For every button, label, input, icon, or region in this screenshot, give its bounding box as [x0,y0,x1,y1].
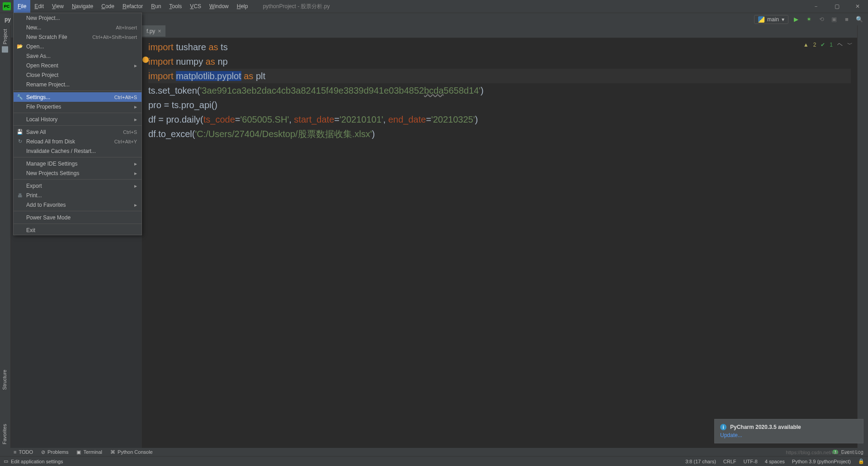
code-line: df.to_excel('C:/Users/27404/Desktop/股票数据… [148,127,851,141]
breadcrumb[interactable]: py [3,16,13,23]
menu-view[interactable]: View [48,0,68,13]
menu-item-icon: 🖶 [17,192,23,199]
menu-code[interactable]: Code [97,0,118,13]
file-menu-open[interactable]: 📂Open... [14,42,142,51]
file-menu-save-all[interactable]: 💾Save AllCtrl+S [14,127,142,137]
structure-tool-tab[interactable]: Structure [0,366,9,394]
menu-run[interactable]: Run [147,0,165,13]
check-icon: ✔ [821,42,825,48]
warning-icon: ▲ [803,42,809,48]
file-menu-rename-project[interactable]: Rename Project... [14,80,142,89]
tab-label: f.py [146,28,155,34]
editor-tab[interactable]: f.py × [142,25,165,38]
menu-refactor[interactable]: Refactor [118,0,147,13]
menu-vcs[interactable]: VCS [186,0,205,13]
prev-highlight-icon[interactable]: ヘ [837,41,843,48]
menu-shortcut: Ctrl+S [123,129,137,135]
update-notification[interactable]: iPyCharm 2020.3.5 available Update... [714,419,863,443]
file-menu-export[interactable]: Export▸ [14,181,142,190]
menu-navigate[interactable]: Navigate [68,0,97,13]
file-menu-close-project[interactable]: Close Project [14,70,142,80]
indent-setting[interactable]: 4 spaces [765,459,785,464]
next-highlight-icon[interactable]: ﹀ [847,41,853,48]
ok-count: 1 [830,42,833,48]
file-menu-new-projects-settings[interactable]: New Projects Settings▸ [14,168,142,178]
title-bar: PC FileEditViewNavigateCodeRefactorRunTo… [0,0,868,13]
project-tool-tab[interactable]: Project [0,25,10,56]
file-menu-new-scratch-file[interactable]: New Scratch FileCtrl+Alt+Shift+Insert [14,32,142,42]
lock-icon[interactable]: 🔒 [858,458,864,464]
menu-edit[interactable]: Edit [30,0,48,13]
watermark: https://blog.csdn.net/m0_56248906 [786,450,863,455]
menu-item-label: File Properties [26,104,61,110]
code-line: ts.set_token('3ae991ca3eb2dac4cb3a82415f… [148,83,851,98]
favorites-tool-tab[interactable]: Favorites [0,420,9,448]
file-menu-add-to-favorites[interactable]: Add to Favorites▸ [14,200,142,209]
terminal-icon: ▣ [76,449,81,455]
menu-item-label: Open... [26,43,44,50]
caret-position[interactable]: 3:8 (17 chars) [685,459,716,464]
run-button[interactable]: ▶ [791,14,801,24]
maximize-button[interactable]: ▢ [826,0,847,13]
menu-item-label: Add to Favorites [26,202,66,208]
minimize-button[interactable]: － [806,0,826,13]
stop-button[interactable]: ■ [842,14,852,24]
menu-shortcut: Ctrl+Alt+Shift+Insert [92,34,137,40]
menu-file[interactable]: File [14,0,30,13]
interpreter[interactable]: Python 3.9 (pythonProject) [792,459,851,464]
submenu-arrow-icon: ▸ [134,104,137,110]
menu-item-icon: 💾 [17,129,23,135]
menu-help[interactable]: Help [233,0,252,13]
menu-separator [14,211,142,211]
menu-item-label: Save As... [26,53,51,59]
submenu-arrow-icon: ▸ [134,183,137,189]
problems-tool-tab[interactable]: ⊘Problems [41,449,68,455]
submenu-arrow-icon: ▸ [134,202,137,208]
menu-item-label: Rename Project... [26,81,70,88]
code-area[interactable]: ▲2 ✔1 ヘ ﹀ import tushare as ts import nu… [142,38,857,448]
file-menu-settings[interactable]: 🔧Settings...Ctrl+Alt+S [14,92,142,102]
menu-item-label: Save All [26,129,46,135]
search-everywhere-icon[interactable]: 🔍 [854,14,864,24]
file-menu-manage-ide-settings[interactable]: Manage IDE Settings▸ [14,159,142,168]
file-menu-open-recent[interactable]: Open Recent▸ [14,61,142,70]
menu-item-label: Close Project [26,72,58,78]
file-menu-power-save-mode[interactable]: Power Save Mode [14,213,142,222]
code-line: import tushare as ts [148,40,851,54]
problems-icon: ⊘ [41,449,45,455]
menu-separator [14,223,142,224]
run-config-selector[interactable]: main ▾ [754,15,788,24]
todo-tool-tab[interactable]: ≡TODO [14,449,33,455]
file-menu-exit[interactable]: Exit [14,225,142,235]
file-menu-new[interactable]: New...Alt+Insert [14,23,142,32]
file-menu-file-properties[interactable]: File Properties▸ [14,102,142,111]
menu-shortcut: Ctrl+Alt+S [114,95,137,100]
file-menu-invalidate-caches-restart[interactable]: Invalidate Caches / Restart... [14,146,142,156]
line-separator[interactable]: CRLF [723,459,736,464]
close-tab-icon[interactable]: × [158,28,161,34]
file-encoding[interactable]: UTF-8 [744,459,758,464]
file-menu-print[interactable]: 🖶Print... [14,190,142,200]
status-icon[interactable]: ▭ [4,458,8,464]
menu-tools[interactable]: Tools [165,0,186,13]
close-button[interactable]: ✕ [847,0,868,13]
update-link[interactable]: Update... [720,432,858,438]
menu-item-label: Manage IDE Settings [26,161,77,167]
file-menu-save-as[interactable]: Save As... [14,51,142,61]
menu-window[interactable]: Window [205,0,233,13]
file-menu-local-history[interactable]: Local History▸ [14,114,142,124]
left-tool-strip: Project Structure Favorites [0,25,11,448]
file-menu-reload-all-from-disk[interactable]: ↻Reload All from DiskCtrl+Alt+Y [14,137,142,146]
terminal-tool-tab[interactable]: ▣Terminal [76,449,102,455]
menu-item-label: Invalidate Caches / Restart... [26,148,96,154]
attach-button[interactable]: ▣ [829,14,839,24]
menu-separator [14,157,142,157]
debug-button[interactable]: ✶ [804,14,814,24]
app-icon: PC [3,2,11,10]
python-console-tool-tab[interactable]: ⌘Python Console [110,449,153,455]
code-line: df = pro.daily(ts_code='605005.SH', star… [148,112,851,127]
run-coverage-button[interactable]: ⟲ [816,14,826,24]
file-menu-new-project[interactable]: New Project... [14,13,142,23]
inspections-widget[interactable]: ▲2 ✔1 ヘ ﹀ [803,41,853,48]
menu-item-label: New Project... [26,15,60,21]
